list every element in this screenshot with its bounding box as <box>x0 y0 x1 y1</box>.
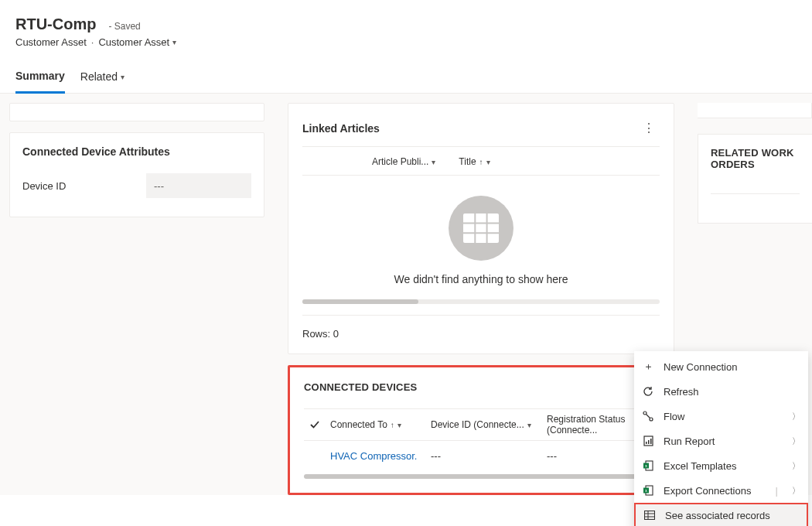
entity-name: Customer Asset <box>15 36 87 48</box>
svg-rect-9 <box>648 440 650 444</box>
form-selector-label: Customer Asset <box>98 36 169 48</box>
col-connected-to[interactable]: Connected To ↑ ▾ <box>326 414 426 435</box>
menu-new-connection[interactable]: ＋ New Connection <box>634 354 808 379</box>
divider <box>711 193 800 194</box>
form-selector[interactable]: Customer Asset ▾ <box>98 36 176 48</box>
device-id-label: Device ID <box>22 180 146 192</box>
chevron-down-icon: ▾ <box>121 73 125 81</box>
select-all-checkbox[interactable] <box>304 414 326 435</box>
chevron-down-icon: ▾ <box>432 158 435 166</box>
context-menu: ＋ New Connection Refresh Flow 〉 Run Repo… <box>634 351 808 495</box>
page-header: RTU-Comp - Saved Customer Asset · Custom… <box>0 0 812 94</box>
menu-label: Export Connections <box>664 485 751 496</box>
connected-device-attributes-section: Connected Device Attributes Device ID --… <box>9 132 264 217</box>
sort-asc-icon: ↑ <box>479 158 483 166</box>
tab-related-label: Related <box>80 70 118 83</box>
refresh-icon <box>642 386 654 397</box>
tab-related[interactable]: Related ▾ <box>80 65 125 93</box>
connected-to-link[interactable]: HVAC Compressor. <box>330 450 417 462</box>
record-title: RTU-Comp <box>15 15 96 33</box>
tab-summary[interactable]: Summary <box>15 65 65 94</box>
chevron-down-icon: ▾ <box>486 158 490 166</box>
linked-articles-section: Linked Articles ⋮ Article Publi...▾ Titl… <box>288 103 674 354</box>
chevron-right-icon: 〉 <box>792 485 800 496</box>
divider <box>302 315 660 316</box>
sort-asc-icon: ↑ <box>391 421 394 429</box>
menu-label: Excel Templates <box>664 460 736 472</box>
horizontal-scrollbar[interactable] <box>304 474 658 479</box>
connected-devices-title: CONNECTED DEVICES <box>304 381 658 393</box>
svg-point-5 <box>643 412 647 415</box>
menu-run-report[interactable]: Run Report 〉 <box>634 429 808 453</box>
svg-rect-8 <box>646 442 647 444</box>
col-title[interactable]: Title ↑ ▾ <box>459 156 490 167</box>
previous-section-stub <box>698 103 812 118</box>
chevron-right-icon: 〉 <box>792 460 800 472</box>
empty-state-text: We didn't find anything to show here <box>302 273 660 285</box>
check-icon <box>310 420 319 429</box>
excel-icon: x <box>642 460 654 471</box>
menu-export-connections[interactable]: x Export Connections | 〉 <box>634 478 808 495</box>
menu-label: New Connection <box>664 361 737 373</box>
menu-label: Run Report <box>664 435 715 447</box>
svg-rect-10 <box>650 439 652 444</box>
menu-label: Refresh <box>664 386 699 398</box>
menu-excel-templates[interactable]: x Excel Templates 〉 <box>634 453 808 478</box>
svg-point-6 <box>650 418 653 421</box>
svg-text:x: x <box>645 488 647 493</box>
excel-export-icon: x <box>642 485 654 495</box>
linked-articles-columns: Article Publi...▾ Title ↑ ▾ <box>302 146 660 176</box>
section-title: Connected Device Attributes <box>10 133 264 167</box>
related-work-orders-section: RELATED WORK ORDERS <box>698 134 812 224</box>
plus-icon: ＋ <box>642 360 654 374</box>
scrollbar-thumb[interactable] <box>302 299 418 304</box>
device-id-cell: --- <box>426 450 542 462</box>
device-id-input[interactable]: --- <box>146 173 251 198</box>
previous-section-stub <box>9 103 264 121</box>
related-work-orders-title: RELATED WORK ORDERS <box>711 147 800 170</box>
horizontal-scrollbar[interactable] <box>302 299 660 304</box>
connected-devices-section: ⋮ CONNECTED DEVICES Connected To ↑ ▾ Dev… <box>288 365 674 495</box>
save-state: - Saved <box>108 21 140 32</box>
linked-articles-title: Linked Articles <box>302 122 380 135</box>
table-row[interactable]: HVAC Compressor. --- --- <box>304 441 658 471</box>
rows-count: Rows: 0 <box>302 328 660 340</box>
col-article-public-number[interactable]: Article Publi...▾ <box>372 156 435 167</box>
tab-bar: Summary Related ▾ <box>15 65 797 93</box>
svg-rect-0 <box>463 213 499 243</box>
menu-label: Flow <box>664 411 684 422</box>
chevron-right-icon: 〉 <box>792 435 800 447</box>
chevron-down-icon: ▾ <box>527 421 531 429</box>
menu-flow[interactable]: Flow 〉 <box>634 404 808 429</box>
linked-articles-more-button[interactable]: ⋮ <box>638 118 660 138</box>
col-device-id[interactable]: Device ID (Connecte... ▾ <box>426 414 542 435</box>
grid-empty-icon <box>449 196 513 261</box>
svg-text:x: x <box>645 463 647 468</box>
chevron-down-icon: ▾ <box>397 421 401 429</box>
menu-refresh[interactable]: Refresh <box>634 379 808 404</box>
chevron-right-icon: 〉 <box>792 411 800 422</box>
report-icon <box>642 435 654 446</box>
empty-state: We didn't find anything to show here <box>302 176 660 293</box>
separator-dot: · <box>91 36 94 48</box>
flow-icon <box>642 411 654 422</box>
connected-devices-columns: Connected To ↑ ▾ Device ID (Connecte... … <box>304 408 658 441</box>
chevron-down-icon: ▾ <box>172 38 176 46</box>
